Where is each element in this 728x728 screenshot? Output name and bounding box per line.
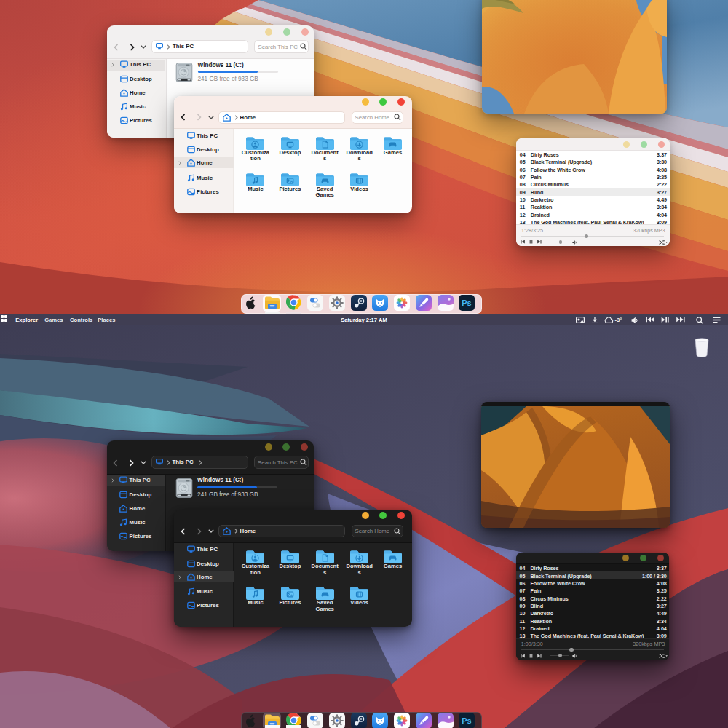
svg-text:Ps: Ps bbox=[462, 716, 471, 725]
svg-text:Ps: Ps bbox=[462, 298, 471, 307]
